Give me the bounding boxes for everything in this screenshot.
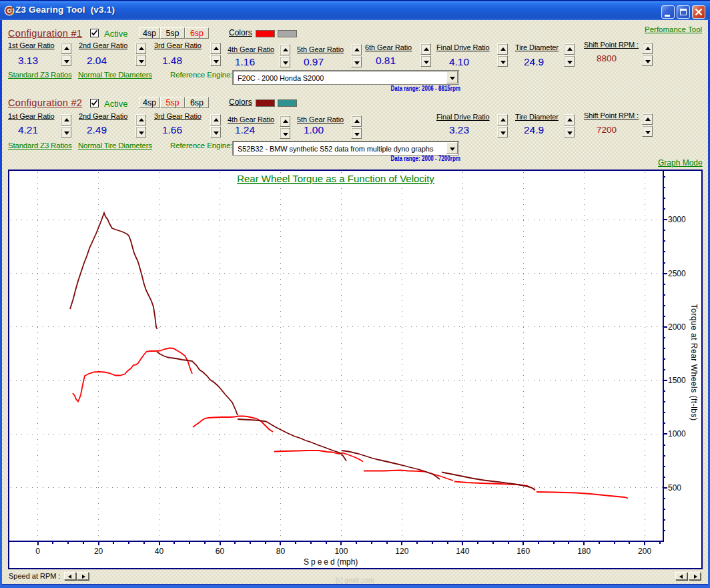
svg-text:Rear Wheel Torque as a Functio: Rear Wheel Torque as a Function of Veloc… bbox=[237, 173, 434, 184]
svg-text:80: 80 bbox=[276, 547, 286, 556]
svg-text:(mph): (mph) bbox=[337, 557, 358, 567]
svg-text:140: 140 bbox=[456, 547, 469, 556]
svg-text:40: 40 bbox=[155, 547, 164, 556]
svg-text:200: 200 bbox=[638, 547, 651, 556]
svg-text:2000: 2000 bbox=[668, 322, 686, 332]
svg-text:180: 180 bbox=[577, 547, 591, 556]
svg-text:Speed: Speed bbox=[304, 557, 337, 567]
svg-text:60: 60 bbox=[216, 547, 225, 556]
svg-text:120: 120 bbox=[395, 547, 408, 556]
svg-text:100: 100 bbox=[334, 547, 348, 556]
svg-text:1000: 1000 bbox=[668, 429, 686, 438]
svg-text:160: 160 bbox=[516, 547, 530, 556]
svg-text:3000: 3000 bbox=[668, 215, 686, 224]
svg-text:1500: 1500 bbox=[668, 376, 686, 385]
svg-text:2500: 2500 bbox=[668, 269, 686, 278]
svg-text:20: 20 bbox=[94, 547, 103, 556]
svg-text:0: 0 bbox=[35, 547, 40, 556]
svg-text:500: 500 bbox=[668, 483, 681, 493]
svg-text:Torque at Rear Wheels (ft-lbs): Torque at Rear Wheels (ft-lbs) bbox=[689, 304, 699, 420]
